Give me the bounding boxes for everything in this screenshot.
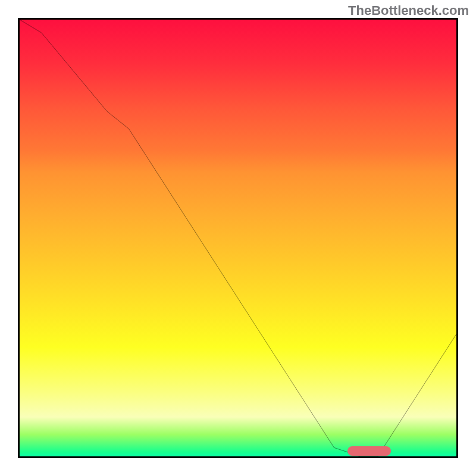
line-curve [20, 20, 456, 456]
watermark-text: TheBottleneck.com [348, 3, 469, 18]
chart-plot-area [18, 18, 458, 458]
marker-pill [347, 446, 391, 456]
